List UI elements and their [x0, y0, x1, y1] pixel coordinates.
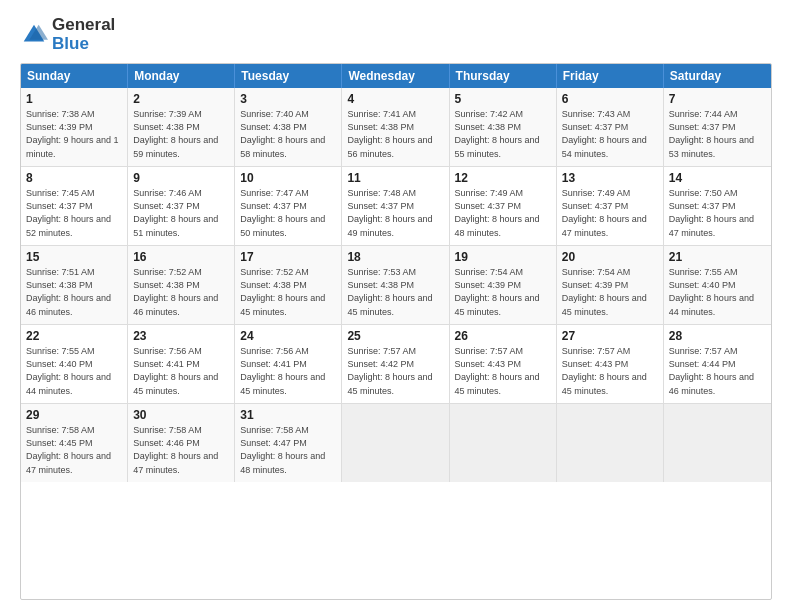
table-row: 25 Sunrise: 7:57 AMSunset: 4:42 PMDaylig… — [342, 325, 449, 403]
day-number: 26 — [455, 329, 551, 343]
day-number: 14 — [669, 171, 766, 185]
header: General Blue — [20, 16, 772, 53]
cell-text: Sunrise: 7:48 AMSunset: 4:37 PMDaylight:… — [347, 187, 443, 239]
day-number: 3 — [240, 92, 336, 106]
day-number: 13 — [562, 171, 658, 185]
day-number: 22 — [26, 329, 122, 343]
cell-text: Sunrise: 7:55 AMSunset: 4:40 PMDaylight:… — [669, 266, 766, 318]
table-row: 12 Sunrise: 7:49 AMSunset: 4:37 PMDaylig… — [450, 167, 557, 245]
cell-text: Sunrise: 7:57 AMSunset: 4:43 PMDaylight:… — [562, 345, 658, 397]
cell-text: Sunrise: 7:52 AMSunset: 4:38 PMDaylight:… — [133, 266, 229, 318]
cell-text: Sunrise: 7:57 AMSunset: 4:44 PMDaylight:… — [669, 345, 766, 397]
table-row — [450, 404, 557, 482]
day-number: 29 — [26, 408, 122, 422]
table-row: 22 Sunrise: 7:55 AMSunset: 4:40 PMDaylig… — [21, 325, 128, 403]
table-row: 1 Sunrise: 7:38 AMSunset: 4:39 PMDayligh… — [21, 88, 128, 166]
table-row: 19 Sunrise: 7:54 AMSunset: 4:39 PMDaylig… — [450, 246, 557, 324]
table-row: 29 Sunrise: 7:58 AMSunset: 4:45 PMDaylig… — [21, 404, 128, 482]
table-row: 27 Sunrise: 7:57 AMSunset: 4:43 PMDaylig… — [557, 325, 664, 403]
cell-text: Sunrise: 7:38 AMSunset: 4:39 PMDaylight:… — [26, 108, 122, 160]
table-row: 8 Sunrise: 7:45 AMSunset: 4:37 PMDayligh… — [21, 167, 128, 245]
table-row: 11 Sunrise: 7:48 AMSunset: 4:37 PMDaylig… — [342, 167, 449, 245]
cell-text: Sunrise: 7:43 AMSunset: 4:37 PMDaylight:… — [562, 108, 658, 160]
calendar-row: 1 Sunrise: 7:38 AMSunset: 4:39 PMDayligh… — [21, 88, 771, 167]
table-row: 5 Sunrise: 7:42 AMSunset: 4:38 PMDayligh… — [450, 88, 557, 166]
day-number: 9 — [133, 171, 229, 185]
table-row: 23 Sunrise: 7:56 AMSunset: 4:41 PMDaylig… — [128, 325, 235, 403]
cell-text: Sunrise: 7:58 AMSunset: 4:46 PMDaylight:… — [133, 424, 229, 476]
day-number: 27 — [562, 329, 658, 343]
calendar-row: 29 Sunrise: 7:58 AMSunset: 4:45 PMDaylig… — [21, 404, 771, 482]
day-number: 19 — [455, 250, 551, 264]
logo-text-line2: Blue — [52, 35, 115, 54]
calendar-row: 22 Sunrise: 7:55 AMSunset: 4:40 PMDaylig… — [21, 325, 771, 404]
cal-header-sunday: Sunday — [21, 64, 128, 88]
cell-text: Sunrise: 7:49 AMSunset: 4:37 PMDaylight:… — [455, 187, 551, 239]
table-row: 28 Sunrise: 7:57 AMSunset: 4:44 PMDaylig… — [664, 325, 771, 403]
logo-text-line1: General — [52, 16, 115, 35]
calendar-row: 15 Sunrise: 7:51 AMSunset: 4:38 PMDaylig… — [21, 246, 771, 325]
cell-text: Sunrise: 7:41 AMSunset: 4:38 PMDaylight:… — [347, 108, 443, 160]
calendar-row: 8 Sunrise: 7:45 AMSunset: 4:37 PMDayligh… — [21, 167, 771, 246]
day-number: 23 — [133, 329, 229, 343]
cell-text: Sunrise: 7:58 AMSunset: 4:47 PMDaylight:… — [240, 424, 336, 476]
table-row: 24 Sunrise: 7:56 AMSunset: 4:41 PMDaylig… — [235, 325, 342, 403]
table-row: 20 Sunrise: 7:54 AMSunset: 4:39 PMDaylig… — [557, 246, 664, 324]
cell-text: Sunrise: 7:45 AMSunset: 4:37 PMDaylight:… — [26, 187, 122, 239]
table-row: 10 Sunrise: 7:47 AMSunset: 4:37 PMDaylig… — [235, 167, 342, 245]
cell-text: Sunrise: 7:53 AMSunset: 4:38 PMDaylight:… — [347, 266, 443, 318]
cell-text: Sunrise: 7:55 AMSunset: 4:40 PMDaylight:… — [26, 345, 122, 397]
cell-text: Sunrise: 7:57 AMSunset: 4:43 PMDaylight:… — [455, 345, 551, 397]
calendar-body: 1 Sunrise: 7:38 AMSunset: 4:39 PMDayligh… — [21, 88, 771, 482]
day-number: 4 — [347, 92, 443, 106]
cell-text: Sunrise: 7:58 AMSunset: 4:45 PMDaylight:… — [26, 424, 122, 476]
table-row: 13 Sunrise: 7:49 AMSunset: 4:37 PMDaylig… — [557, 167, 664, 245]
day-number: 2 — [133, 92, 229, 106]
cell-text: Sunrise: 7:52 AMSunset: 4:38 PMDaylight:… — [240, 266, 336, 318]
cell-text: Sunrise: 7:40 AMSunset: 4:38 PMDaylight:… — [240, 108, 336, 160]
day-number: 30 — [133, 408, 229, 422]
cal-header-tuesday: Tuesday — [235, 64, 342, 88]
cal-header-thursday: Thursday — [450, 64, 557, 88]
table-row: 30 Sunrise: 7:58 AMSunset: 4:46 PMDaylig… — [128, 404, 235, 482]
cell-text: Sunrise: 7:50 AMSunset: 4:37 PMDaylight:… — [669, 187, 766, 239]
day-number: 7 — [669, 92, 766, 106]
cell-text: Sunrise: 7:44 AMSunset: 4:37 PMDaylight:… — [669, 108, 766, 160]
cell-text: Sunrise: 7:54 AMSunset: 4:39 PMDaylight:… — [562, 266, 658, 318]
table-row — [557, 404, 664, 482]
table-row: 17 Sunrise: 7:52 AMSunset: 4:38 PMDaylig… — [235, 246, 342, 324]
cell-text: Sunrise: 7:56 AMSunset: 4:41 PMDaylight:… — [240, 345, 336, 397]
cell-text: Sunrise: 7:39 AMSunset: 4:38 PMDaylight:… — [133, 108, 229, 160]
calendar-header: SundayMondayTuesdayWednesdayThursdayFrid… — [21, 64, 771, 88]
day-number: 25 — [347, 329, 443, 343]
cal-header-monday: Monday — [128, 64, 235, 88]
day-number: 31 — [240, 408, 336, 422]
cal-header-saturday: Saturday — [664, 64, 771, 88]
page: General Blue SundayMondayTuesdayWednesda… — [0, 0, 792, 612]
day-number: 18 — [347, 250, 443, 264]
day-number: 11 — [347, 171, 443, 185]
day-number: 15 — [26, 250, 122, 264]
day-number: 17 — [240, 250, 336, 264]
cell-text: Sunrise: 7:42 AMSunset: 4:38 PMDaylight:… — [455, 108, 551, 160]
table-row — [664, 404, 771, 482]
table-row: 14 Sunrise: 7:50 AMSunset: 4:37 PMDaylig… — [664, 167, 771, 245]
day-number: 12 — [455, 171, 551, 185]
table-row: 31 Sunrise: 7:58 AMSunset: 4:47 PMDaylig… — [235, 404, 342, 482]
cell-text: Sunrise: 7:57 AMSunset: 4:42 PMDaylight:… — [347, 345, 443, 397]
table-row: 4 Sunrise: 7:41 AMSunset: 4:38 PMDayligh… — [342, 88, 449, 166]
table-row: 9 Sunrise: 7:46 AMSunset: 4:37 PMDayligh… — [128, 167, 235, 245]
cell-text: Sunrise: 7:51 AMSunset: 4:38 PMDaylight:… — [26, 266, 122, 318]
day-number: 1 — [26, 92, 122, 106]
logo: General Blue — [20, 16, 115, 53]
table-row: 7 Sunrise: 7:44 AMSunset: 4:37 PMDayligh… — [664, 88, 771, 166]
day-number: 16 — [133, 250, 229, 264]
cell-text: Sunrise: 7:46 AMSunset: 4:37 PMDaylight:… — [133, 187, 229, 239]
cal-header-friday: Friday — [557, 64, 664, 88]
day-number: 20 — [562, 250, 658, 264]
day-number: 5 — [455, 92, 551, 106]
day-number: 8 — [26, 171, 122, 185]
table-row — [342, 404, 449, 482]
day-number: 6 — [562, 92, 658, 106]
table-row: 2 Sunrise: 7:39 AMSunset: 4:38 PMDayligh… — [128, 88, 235, 166]
